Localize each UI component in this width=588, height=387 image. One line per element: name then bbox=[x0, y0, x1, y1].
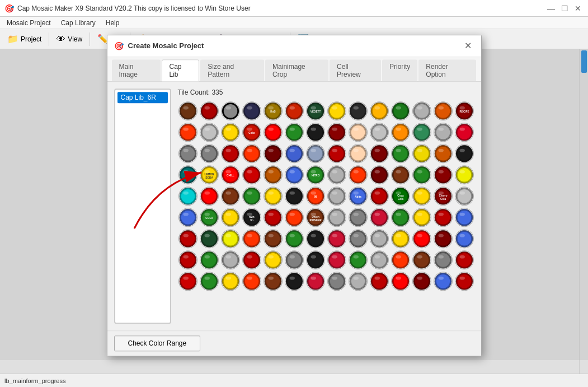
cap-cell[interactable] bbox=[433, 271, 453, 291]
cap-cell[interactable] bbox=[199, 250, 219, 270]
cap-cell[interactable] bbox=[263, 250, 283, 270]
cap-cell[interactable] bbox=[391, 229, 411, 249]
menu-mosaic-project[interactable]: Mosaic Project bbox=[2, 18, 55, 28]
cap-cell[interactable] bbox=[284, 229, 304, 249]
lib-list-item[interactable]: Cap Lib_6R bbox=[117, 92, 168, 103]
cap-cell[interactable] bbox=[178, 186, 198, 206]
cap-cell[interactable] bbox=[369, 122, 389, 142]
cap-cell[interactable] bbox=[327, 143, 347, 164]
cap-cell[interactable]: VEDETT bbox=[305, 101, 326, 121]
cap-cell[interactable] bbox=[433, 165, 453, 185]
cap-cell[interactable] bbox=[454, 143, 474, 164]
close-button[interactable]: ✕ bbox=[572, 3, 584, 14]
cap-cell[interactable] bbox=[220, 143, 241, 164]
tab-mainimage-crop[interactable]: Mainimage Crop bbox=[265, 59, 328, 81]
cap-cell[interactable] bbox=[348, 143, 368, 164]
cap-cell[interactable] bbox=[348, 207, 368, 227]
cap-cell[interactable] bbox=[412, 122, 432, 142]
tab-cap-lib[interactable]: Cap Lib bbox=[162, 59, 199, 81]
cap-cell[interactable] bbox=[242, 271, 262, 291]
cap-cell[interactable] bbox=[220, 229, 241, 249]
cap-cell[interactable] bbox=[263, 165, 283, 185]
cap-cell[interactable] bbox=[454, 271, 474, 291]
cap-cell[interactable] bbox=[263, 186, 283, 206]
tab-priority[interactable]: Priority bbox=[382, 59, 417, 81]
dialog-close-button[interactable]: ✕ bbox=[462, 40, 474, 52]
cap-cell[interactable] bbox=[263, 143, 283, 164]
toolbar-project-btn[interactable]: 📁 Project bbox=[2, 31, 46, 47]
cap-cell[interactable] bbox=[454, 207, 474, 227]
cap-cell[interactable] bbox=[242, 186, 262, 206]
cap-cell[interactable] bbox=[242, 143, 262, 164]
cap-cell[interactable] bbox=[220, 207, 241, 227]
cap-cell[interactable] bbox=[348, 122, 368, 142]
menu-help[interactable]: Help bbox=[101, 18, 124, 28]
cap-cell[interactable] bbox=[433, 229, 453, 249]
cap-cell[interactable] bbox=[412, 101, 432, 121]
cap-cell[interactable] bbox=[178, 101, 198, 121]
cap-cell[interactable] bbox=[391, 101, 411, 121]
cap-cell[interactable] bbox=[327, 165, 347, 185]
cap-cell[interactable] bbox=[348, 229, 368, 249]
cap-cell[interactable] bbox=[369, 229, 389, 249]
minimize-button[interactable]: — bbox=[545, 3, 557, 14]
cap-cell[interactable] bbox=[454, 122, 474, 142]
cap-cell[interactable] bbox=[454, 165, 474, 185]
cap-cell[interactable] bbox=[412, 207, 432, 227]
cap-cell[interactable] bbox=[220, 122, 241, 142]
cap-cell[interactable]: CherryCola bbox=[433, 186, 453, 206]
tab-size-pattern[interactable]: Size and Pattern bbox=[200, 59, 264, 81]
cap-cell[interactable]: COLA bbox=[199, 207, 219, 227]
cap-cell[interactable] bbox=[220, 186, 241, 206]
cap-cell[interactable] bbox=[391, 250, 411, 270]
cap-cell[interactable] bbox=[178, 143, 198, 164]
cap-cell[interactable]: CHILL bbox=[220, 165, 241, 185]
cap-cell[interactable] bbox=[391, 271, 411, 291]
cap-cell[interactable] bbox=[433, 122, 453, 142]
cap-cell[interactable] bbox=[454, 229, 474, 249]
cap-cell[interactable] bbox=[369, 250, 389, 270]
cap-cell[interactable] bbox=[348, 165, 368, 185]
cap-cell[interactable] bbox=[412, 143, 432, 164]
cap-cell[interactable] bbox=[178, 207, 198, 227]
cap-cell[interactable] bbox=[284, 207, 304, 227]
cap-cell[interactable] bbox=[369, 207, 389, 227]
tab-render-option[interactable]: Render Option bbox=[418, 59, 476, 81]
cap-cell[interactable] bbox=[327, 122, 347, 142]
menu-cap-library[interactable]: Cap Library bbox=[57, 18, 100, 28]
cap-cell[interactable] bbox=[242, 250, 262, 270]
cap-cell[interactable] bbox=[433, 143, 453, 164]
cap-cell[interactable]: Coke bbox=[242, 122, 262, 142]
cap-cell[interactable] bbox=[263, 122, 283, 142]
tab-cell-preview[interactable]: Cell Preview bbox=[330, 59, 381, 81]
cap-cell[interactable] bbox=[263, 271, 283, 291]
cap-cell[interactable]: KvB bbox=[263, 101, 283, 121]
cap-cell[interactable] bbox=[284, 143, 304, 164]
cap-cell[interactable] bbox=[369, 165, 389, 185]
cap-cell[interactable]: twinfin bbox=[242, 207, 262, 227]
cap-cell[interactable] bbox=[178, 122, 198, 142]
cap-cell[interactable] bbox=[178, 271, 198, 291]
cap-cell[interactable] bbox=[327, 186, 347, 206]
cap-cell[interactable] bbox=[242, 101, 262, 121]
cap-cell[interactable] bbox=[305, 271, 326, 291]
cap-cell[interactable] bbox=[327, 207, 347, 227]
cap-cell[interactable] bbox=[305, 229, 326, 249]
cap-cell[interactable] bbox=[242, 165, 262, 185]
cap-cell[interactable]: Abita bbox=[348, 186, 368, 206]
cap-cell[interactable] bbox=[348, 101, 368, 121]
cap-cell[interactable] bbox=[412, 165, 432, 185]
cap-cell[interactable] bbox=[284, 122, 304, 142]
cap-cell[interactable]: REDPOP bbox=[178, 165, 198, 185]
cap-cell[interactable] bbox=[433, 207, 453, 227]
cap-cell[interactable] bbox=[305, 250, 326, 270]
toolbar-view-btn[interactable]: 👁 View bbox=[51, 31, 87, 47]
cap-cell[interactable] bbox=[199, 101, 219, 121]
maximize-button[interactable]: ☐ bbox=[559, 3, 570, 14]
cap-cell[interactable]: 98 bbox=[305, 186, 326, 206]
cap-cell[interactable] bbox=[199, 122, 219, 142]
cap-cell[interactable] bbox=[391, 207, 411, 227]
cap-cell[interactable] bbox=[327, 250, 347, 270]
cap-cell[interactable] bbox=[412, 229, 432, 249]
check-color-range-button[interactable]: Check Color Range bbox=[114, 335, 201, 351]
